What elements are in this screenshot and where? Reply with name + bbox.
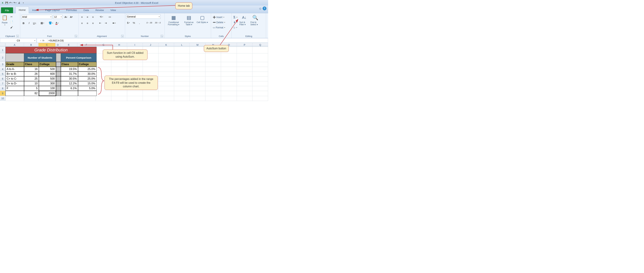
row-header-9[interactable]: 9 [0, 91, 6, 96]
number-dialog-icon[interactable]: ↘ [161, 35, 163, 37]
cell-college-p-2[interactable]: 25.0% [78, 76, 96, 81]
align-middle-icon[interactable]: ≡ [85, 14, 90, 19]
cell-class-n-1[interactable]: 26 [24, 72, 39, 76]
column-header-F[interactable]: F [77, 43, 96, 46]
column-header-I[interactable]: I [127, 43, 143, 46]
cell-grade-1[interactable]: B+ to B- [6, 72, 24, 76]
increase-indent-icon[interactable]: ⇥ [104, 21, 108, 25]
cell-class-n-3[interactable]: 10 [24, 81, 39, 86]
format-painter-icon[interactable]: 🖌 [9, 25, 14, 30]
row-header-1[interactable]: 1 [0, 47, 6, 53]
delete-cells-button[interactable]: ➖Delete▾ [212, 20, 226, 24]
clipboard-dialog-icon[interactable]: ↘ [16, 35, 19, 37]
cell-grade-2[interactable]: C+ to C- [6, 76, 24, 81]
header-number-students[interactable]: Number of Students [24, 53, 56, 62]
cell-styles-button[interactable]: ▢ Cell Styles ▾ [196, 14, 208, 24]
row-header-10[interactable]: 10 [0, 96, 6, 101]
find-select-button[interactable]: 🔍 Find & Select ▾ [250, 14, 260, 26]
format-cells-button[interactable]: ▭Format▾ [212, 25, 226, 30]
tab-view[interactable]: View [107, 7, 119, 13]
merge-center-icon[interactable]: ⬌▾ [112, 21, 116, 25]
subheader-1[interactable]: Class [24, 62, 39, 67]
borders-button[interactable]: ▦▾ [40, 21, 45, 25]
column-header-J[interactable]: J [143, 43, 158, 46]
print-icon[interactable]: 🖨 [18, 1, 20, 4]
align-right-icon[interactable]: ≡ [91, 21, 95, 25]
insert-cells-button[interactable]: ➕Insert▾ [212, 15, 226, 20]
wrap-text-icon[interactable]: ▭ [108, 14, 112, 19]
cell-grade-4[interactable]: F [6, 86, 24, 91]
subheader-0[interactable]: Grade [6, 62, 24, 67]
column-header-L[interactable]: L [174, 43, 190, 46]
sheet-title[interactable]: Grade Distribution [6, 47, 96, 53]
paste-button[interactable]: 📋 Paste ▾ [1, 14, 8, 26]
orientation-icon[interactable]: ⟲▾ [99, 14, 104, 19]
format-as-table-button[interactable]: ▤ Format as Table ▾ [182, 14, 196, 26]
tab-insert[interactable]: Insert [29, 7, 42, 13]
tab-file[interactable]: File [1, 8, 13, 13]
column-header-P[interactable]: P [237, 43, 252, 46]
column-header-B[interactable]: B [24, 43, 38, 46]
active-cell-C9[interactable]: 2000 [39, 91, 56, 96]
cancel-formula-icon[interactable]: ● [40, 39, 42, 42]
clear-button[interactable]: ◇▾ [233, 25, 238, 30]
column-header-Q[interactable]: Q [252, 43, 268, 46]
grow-font-icon[interactable]: A▴ [64, 14, 68, 19]
bold-button[interactable]: B [21, 21, 26, 25]
align-bottom-icon[interactable]: ≡ [91, 14, 95, 19]
cell-college-n-1[interactable]: 600 [39, 72, 56, 76]
cell-college-p-4[interactable]: 5.0% [78, 86, 96, 91]
tab-home[interactable]: Home [16, 6, 29, 13]
decrease-indent-icon[interactable]: ⇤ [98, 21, 102, 25]
column-header-K[interactable]: K [158, 43, 174, 46]
undo-icon[interactable]: ↶▾ [9, 1, 12, 4]
subheader-4[interactable]: College [78, 62, 96, 67]
cut-icon[interactable]: ✂ [9, 14, 14, 19]
accounting-format-icon[interactable]: $▾ [126, 20, 130, 25]
cell-grade-0[interactable]: A to A- [6, 67, 24, 72]
row-header-4[interactable]: 4 [0, 67, 6, 72]
cell-class-p-1[interactable]: 31.7% [61, 72, 78, 76]
tab-review[interactable]: Review [92, 7, 107, 13]
increase-decimal-icon[interactable]: .0→.00 [146, 20, 153, 25]
column-header-A[interactable]: A [6, 43, 24, 46]
cell-class-p-3[interactable]: 12.2% [61, 81, 78, 86]
cell-college-n-4[interactable]: 100 [39, 86, 56, 91]
column-header-G[interactable]: G [96, 43, 111, 46]
italic-button[interactable]: I [27, 21, 31, 25]
column-header-D[interactable]: D [56, 43, 60, 46]
cell-total-class[interactable]: 82 [24, 91, 39, 96]
save-icon[interactable]: 💾 [5, 1, 8, 4]
select-all-corner[interactable] [0, 43, 6, 46]
cell-class-p-2[interactable]: 30.5% [61, 76, 78, 81]
cell-total-label[interactable] [6, 91, 24, 96]
cell-class-p-0[interactable]: 19.5% [61, 67, 78, 72]
underline-button[interactable]: U▾ [32, 21, 37, 25]
fx-icon[interactable]: fx [42, 39, 44, 42]
redo-icon[interactable]: ↷▾ [14, 1, 16, 4]
header-percent-comparison[interactable]: Percent Comparison [61, 53, 96, 62]
font-size-combo[interactable]: 12▾ [53, 15, 62, 19]
fill-color-button[interactable]: 🪣▾ [48, 21, 54, 25]
subheader-3[interactable]: Class [61, 62, 78, 67]
minimize-ribbon-icon[interactable]: ◇ [259, 7, 261, 10]
help-icon[interactable]: ? [262, 6, 266, 10]
sort-filter-button[interactable]: A↓ Sort & Filter ▾ [240, 14, 249, 26]
row-header-8[interactable]: 8 [0, 86, 6, 91]
tab-data[interactable]: Data [80, 7, 92, 13]
row-header-3[interactable]: 3 [0, 62, 6, 67]
percent-format-icon[interactable]: % [132, 20, 136, 25]
column-header-H[interactable]: H [111, 43, 127, 46]
autosum-button[interactable]: Σ▾ [233, 15, 238, 20]
cell-college-n-3[interactable]: 300 [39, 81, 56, 86]
font-dialog-icon[interactable]: ↘ [75, 35, 77, 37]
cell-grade-3[interactable]: D+ to D- [6, 81, 24, 86]
decrease-decimal-icon[interactable]: .00→.0 [154, 20, 161, 25]
tab-formulas[interactable]: Formulas [63, 7, 80, 13]
align-center-icon[interactable]: ≡ [85, 21, 90, 25]
qat-customize-icon[interactable]: ▾ [22, 1, 25, 4]
cell-class-n-0[interactable]: 16 [24, 67, 39, 72]
copy-icon[interactable]: 📄 [9, 20, 14, 24]
column-header-M[interactable]: M [190, 43, 206, 46]
font-name-combo[interactable]: Arial▾ [21, 15, 52, 19]
